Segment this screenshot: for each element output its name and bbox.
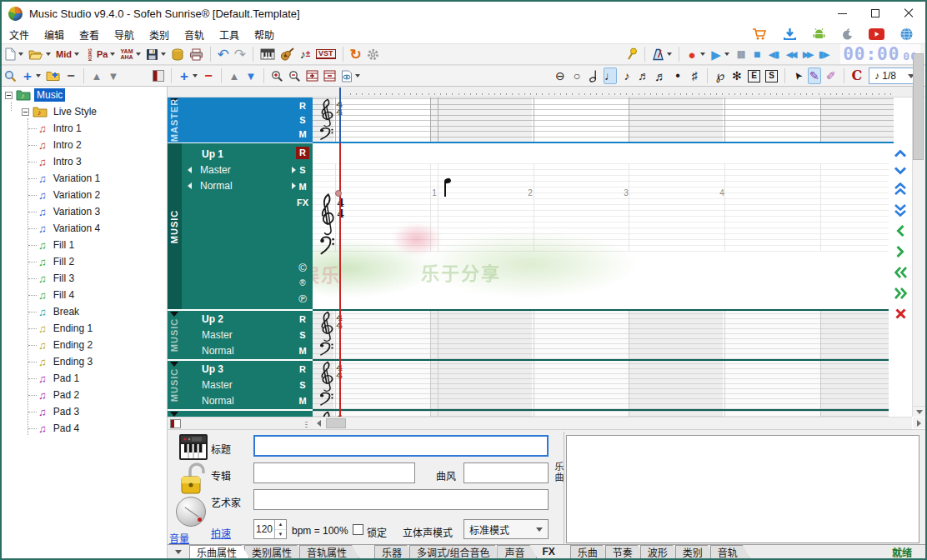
menu-view[interactable]: 查看: [72, 26, 107, 43]
tempo-link[interactable]: 拍速: [211, 526, 231, 540]
settings-button[interactable]: [366, 46, 380, 62]
up3-track-lane[interactable]: [313, 361, 894, 409]
phonogram-symbol[interactable]: ℗: [296, 292, 309, 305]
tree-item-label[interactable]: Break: [51, 305, 82, 318]
tree-item-label[interactable]: Variation 2: [51, 188, 103, 202]
tab-sound[interactable]: 声音: [497, 545, 537, 558]
refresh-button[interactable]: ↻: [349, 46, 363, 62]
rewind-button[interactable]: ◀◀: [784, 46, 797, 62]
horizontal-scroll-thumb[interactable]: [326, 418, 346, 428]
toggle-panel-button[interactable]: [152, 68, 165, 84]
tree-item-label[interactable]: Intro 3: [51, 155, 84, 168]
up3-mode-value[interactable]: Normal: [202, 395, 234, 407]
stop-button[interactable]: ■: [750, 46, 764, 62]
tab-song-properties[interactable]: 乐曲属性: [189, 545, 249, 558]
play-dropdown[interactable]: [724, 52, 729, 56]
zoom-in-button[interactable]: [270, 68, 284, 84]
nav-up-button[interactable]: [894, 149, 907, 158]
yamaha-button[interactable]: YAMAHA: [119, 46, 133, 62]
tree-item-label[interactable]: Fill 4: [51, 288, 77, 302]
metronome-button[interactable]: [651, 46, 665, 62]
android-icon[interactable]: [812, 28, 826, 41]
metronome-dropdown[interactable]: [667, 52, 672, 56]
guitar-button[interactable]: [279, 46, 295, 62]
tree-item-break[interactable]: ♫Break: [28, 303, 82, 320]
tab-rhythm[interactable]: 节奏: [605, 545, 645, 558]
menu-navigate[interactable]: 导航: [107, 26, 142, 43]
master-record-button[interactable]: R: [296, 100, 309, 112]
new-file-button[interactable]: [3, 46, 17, 62]
master-track-header[interactable]: MASTER R S M: [168, 98, 313, 142]
shop-cart-icon[interactable]: [752, 28, 768, 41]
tree-item-label[interactable]: Ending 2: [51, 338, 95, 352]
title-input[interactable]: [253, 435, 549, 457]
lyrics-box[interactable]: [566, 435, 919, 543]
artist-input[interactable]: [253, 489, 549, 510]
up1-solo-button[interactable]: S: [296, 164, 309, 177]
scroll-down-arrow[interactable]: [913, 406, 925, 417]
tab-instrument[interactable]: 乐器: [374, 545, 414, 558]
up2-track-name[interactable]: Up 2: [202, 313, 223, 325]
add-category-button[interactable]: +: [21, 68, 34, 84]
tree-item-label[interactable]: Ending 1: [51, 322, 95, 335]
collapse-tracks-button[interactable]: [323, 68, 337, 84]
tab-multimode[interactable]: 多调式/组合音色: [409, 545, 502, 558]
breve-note-button[interactable]: ⊖: [554, 68, 567, 84]
tab-category-properties[interactable]: 类别属性: [244, 545, 304, 558]
pause-button[interactable]: ▮▮: [734, 46, 747, 62]
nav-double-down-button[interactable]: [894, 203, 907, 217]
view-options-button[interactable]: [340, 68, 353, 84]
genre-input[interactable]: [464, 462, 549, 483]
tree-item-label[interactable]: Pad 4: [51, 422, 82, 435]
tree-group-row[interactable]: ♪ Live Style: [22, 103, 99, 120]
tree-item-ending-2[interactable]: ♫Ending 2: [28, 337, 95, 353]
horizontal-scrollbar[interactable]: [313, 417, 912, 429]
up3-solo-button[interactable]: S: [296, 379, 309, 392]
new-file-dropdown[interactable]: [18, 52, 23, 56]
transpose-note-button[interactable]: ♪±: [298, 46, 312, 62]
tree-item-variation-4[interactable]: ♫Variation 4: [28, 220, 103, 237]
unlock-icon[interactable]: [180, 462, 207, 497]
maximize-button[interactable]: [859, 2, 892, 25]
tree-item-label[interactable]: Ending 3: [51, 355, 95, 368]
tree-item-label[interactable]: Variation 3: [51, 205, 103, 218]
midi-import-button[interactable]: Mid: [55, 46, 73, 62]
tree-item-intro-3[interactable]: ♫Intro 3: [28, 153, 84, 170]
tab-track-properties[interactable]: 音轨属性: [299, 545, 359, 558]
up3-record-button[interactable]: R: [296, 363, 309, 376]
up2-record-button[interactable]: R: [296, 313, 309, 326]
expression-button[interactable]: E: [747, 68, 761, 84]
eighth-note-button[interactable]: ♪: [620, 68, 634, 84]
close-button[interactable]: [892, 2, 925, 25]
export-audio-button[interactable]: [170, 46, 185, 62]
tree-item-label[interactable]: Fill 1: [51, 238, 77, 252]
tree-item-label[interactable]: Pad 1: [51, 372, 82, 385]
prev-arrow-icon[interactable]: [188, 182, 192, 189]
record-button[interactable]: ●: [685, 46, 699, 62]
tree-item-label[interactable]: Intro 2: [51, 138, 84, 152]
save-button[interactable]: [145, 46, 159, 62]
collapse-expander-icon[interactable]: [22, 108, 29, 116]
tree-item-label[interactable]: Intro 1: [51, 122, 84, 135]
up1-mute-button[interactable]: M: [296, 181, 309, 193]
add-category-dropdown[interactable]: [36, 74, 41, 78]
save-dropdown[interactable]: [161, 52, 166, 56]
nav-double-left-button[interactable]: [894, 266, 908, 279]
step-forward-button[interactable]: ▮▶: [817, 46, 830, 62]
menu-help[interactable]: 帮助: [247, 26, 282, 43]
tree-item-ending-3[interactable]: ♫Ending 3: [28, 353, 95, 370]
fast-forward-button[interactable]: ▶▶: [800, 46, 814, 62]
volume-link[interactable]: 音量: [169, 531, 189, 545]
print-button[interactable]: [188, 46, 204, 62]
tree-item-variation-3[interactable]: ♫Variation 3: [28, 203, 103, 220]
tree-item-label[interactable]: Pad 2: [51, 388, 82, 402]
open-file-button[interactable]: [28, 46, 44, 62]
select-tool-button[interactable]: ➤: [791, 68, 804, 84]
up3-mute-button[interactable]: M: [296, 395, 309, 408]
tree-item-pad-2[interactable]: ♫Pad 2: [28, 387, 82, 403]
up1-track-lane[interactable]: 1 2 3 4 小刀娱乐 乐于分享: [313, 143, 894, 309]
menu-file[interactable]: 文件: [2, 26, 37, 43]
menu-edit[interactable]: 编辑: [37, 26, 72, 43]
add-track-button[interactable]: +: [178, 68, 191, 84]
add-track-dropdown[interactable]: [193, 74, 198, 78]
